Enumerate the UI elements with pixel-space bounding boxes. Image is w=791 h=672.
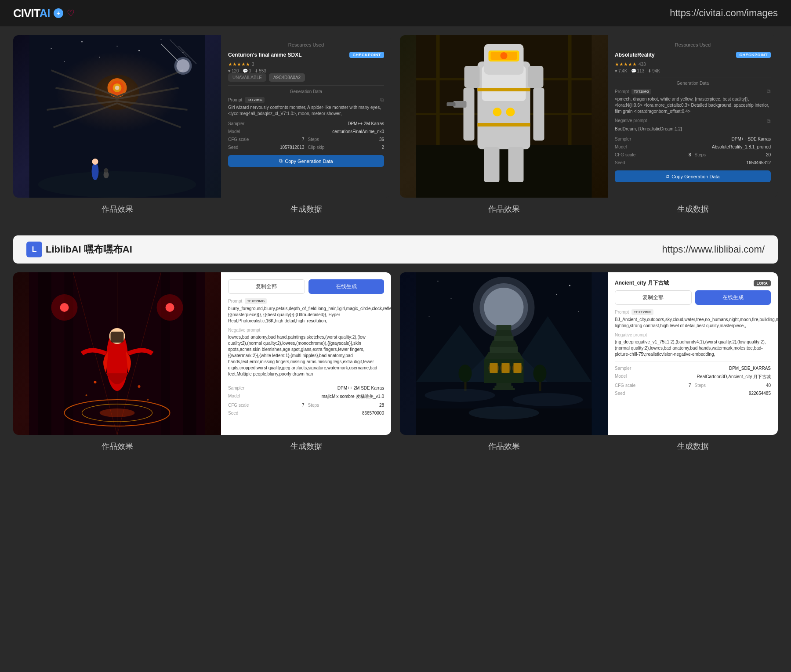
- model-tr: Model AbsoluteReality_1.8.1_pruned: [615, 144, 771, 150]
- prompt-text-tr: <pmech, dragon robot, white and yellow, …: [615, 96, 771, 115]
- gen-data-label-tr: Generation Data: [615, 81, 771, 86]
- svg-rect-49: [533, 88, 544, 141]
- svg-point-108: [459, 365, 472, 382]
- bottom-left-card: 复制全部 在线生成 Prompt TEXT2IMG blurry_foregro…: [13, 272, 391, 455]
- data-caption-br: 生成数据: [608, 437, 778, 455]
- artwork-caption-tr: 作品效果: [400, 200, 608, 218]
- neg-prompt-text-bl: lowres,bad anatomy,bad hand,paintings,sk…: [228, 334, 384, 377]
- resource-name-br: Ancient_city 月下古城: [615, 279, 754, 287]
- online-gen-btn-br[interactable]: 在线生成: [695, 290, 771, 305]
- cfg-tr: CFG scale 8: [615, 152, 691, 158]
- top-right-panel: Resources Used AbsoluteReality CHECKPOIN…: [400, 35, 778, 198]
- robot-artwork: [400, 35, 608, 198]
- model-bl: Model majicMix sombre 麦橘唯美_v1.0: [228, 393, 384, 401]
- neg-copy-icon-tr[interactable]: ⧉: [767, 118, 771, 124]
- svg-rect-45: [478, 123, 530, 126]
- civitai-logo: CIVITAI: [13, 7, 50, 20]
- prompt-type-bl: TEXT2IMG: [245, 298, 267, 304]
- top-right-info: Resources Used AbsoluteReality CHECKPOIN…: [608, 35, 778, 198]
- svg-point-76: [86, 394, 87, 396]
- svg-rect-52: [484, 147, 500, 182]
- comment-icon-tl: 💬: [243, 69, 248, 73]
- prompt-type-tl: TXT2IMG: [245, 97, 265, 103]
- middle-banner: L LiblibAI 嘿布嘿布AI https://www.liblibai.c…: [13, 235, 778, 264]
- model-hash-tl: A9C4D8A0A2: [269, 73, 305, 82]
- prompt-label-tr: Prompt: [615, 89, 629, 94]
- prompt-text-bl: blurry_foreground,blurry,petals,depth_of…: [228, 306, 384, 324]
- seed-br: Seed 922654485: [615, 390, 771, 397]
- svg-point-22: [38, 171, 196, 198]
- comments-tl: 💬 0: [243, 69, 251, 73]
- bottom-right-card: Ancient_city 月下古城 LORA 复制全部 在线生成 Prompt …: [400, 272, 778, 455]
- liblib-logo-text: LiblibAI 嘿布嘿布AI: [46, 243, 132, 256]
- svg-rect-53: [508, 147, 524, 182]
- heart-icon[interactable]: ♡: [67, 8, 75, 18]
- copy-all-btn-br[interactable]: 复制全部: [615, 290, 692, 305]
- steps-tl: Steps 36: [308, 136, 385, 143]
- caption-row-br: 作品效果 生成数据: [400, 437, 778, 455]
- svg-point-88: [578, 311, 579, 312]
- copy-gen-btn-tr[interactable]: ⧉ Copy Generation Data: [615, 170, 771, 182]
- artwork-caption-tl: 作品效果: [13, 200, 221, 218]
- online-gen-btn-bl[interactable]: 在线生成: [308, 279, 385, 294]
- svg-rect-47: [528, 66, 544, 88]
- caption-row-bl: 作品效果 生成数据: [13, 437, 391, 455]
- checkpoint-badge-tl: CHECKPOINT: [349, 52, 384, 58]
- meta-grid-bl: Sampler DPM++ 2M SDE Karras Model majicM…: [228, 385, 384, 416]
- copy-icon-tl[interactable]: ⧉: [380, 97, 384, 103]
- svg-rect-104: [493, 388, 515, 390]
- svg-rect-58: [38, 272, 51, 435]
- prompt-label-tl: Prompt: [228, 98, 242, 102]
- seed-tr: Seed 1650465312: [615, 159, 771, 166]
- svg-point-84: [569, 285, 570, 286]
- seed-tl: Seed 1057812013: [228, 144, 305, 151]
- star-count-tl: 3: [252, 62, 254, 67]
- copy-gen-icon-tr: ⧉: [666, 173, 669, 179]
- steps-tr: Steps 20: [695, 152, 771, 158]
- plus-icon[interactable]: +: [54, 8, 63, 18]
- copy-gen-btn-tl[interactable]: ⧉ Copy Generation Data: [228, 155, 384, 167]
- svg-point-31: [177, 59, 190, 72]
- site-url: https://civitai.com/images: [670, 7, 778, 19]
- resource-item-tr: AbsoluteReality CHECKPOINT: [615, 52, 771, 58]
- bottom-right-info: Ancient_city 月下古城 LORA 复制全部 在线生成 Prompt …: [608, 272, 778, 435]
- svg-point-13: [115, 86, 120, 90]
- meta-grid-tr: Sampler DPM++ SDE Karras Model AbsoluteR…: [615, 136, 771, 166]
- heart-icon-tr: ♥: [615, 69, 617, 73]
- sampler-tr: Sampler DPM++ SDE Karras: [615, 136, 771, 142]
- prompt-label-br: Prompt: [615, 310, 629, 314]
- svg-point-85: [451, 298, 452, 299]
- svg-point-64: [60, 303, 69, 312]
- stars-row-tl: ★★★★★ 3: [228, 61, 384, 67]
- neg-prompt-label-bl: Negative prompt: [228, 328, 384, 332]
- svg-point-65: [166, 303, 174, 312]
- btn-row-br: 复制全部 在线生成: [615, 290, 771, 305]
- cfg-tl: CFG scale 7: [228, 136, 305, 143]
- caption-row-tl: 作品效果 生成数据: [13, 200, 391, 218]
- copy-all-btn-bl[interactable]: 复制全部: [228, 279, 305, 294]
- copy-icon-tr[interactable]: ⧉: [767, 88, 771, 94]
- top-left-panel: Resources Used Centurion's final anime S…: [13, 35, 391, 198]
- prompt-text-tl: Girl wizard nervously confronts monster,…: [228, 105, 384, 117]
- svg-point-9: [95, 75, 139, 110]
- svg-rect-48: [464, 88, 475, 141]
- svg-rect-33: [416, 145, 592, 198]
- data-caption-tr: 生成数据: [608, 200, 778, 218]
- svg-point-1: [51, 48, 52, 49]
- svg-point-114: [425, 389, 495, 402]
- prompt-type-br: TEXT2IMG: [631, 309, 653, 315]
- svg-point-4: [161, 39, 162, 40]
- svg-point-8: [138, 50, 140, 51]
- stats-tr: ♥ 7.4K 💬 113 ⬇ 94K: [615, 69, 771, 73]
- resource-item-br: Ancient_city 月下古城 LORA: [615, 279, 771, 287]
- clipskip-tl: Clip skip 2: [308, 144, 385, 151]
- divider-tl: [228, 85, 384, 86]
- svg-point-86: [556, 294, 557, 295]
- svg-point-10: [108, 78, 127, 98]
- model-unavail-tl: UNAVAILABLE: [228, 73, 266, 82]
- svg-rect-51: [447, 102, 456, 106]
- model-br: Model RealCartoon3D,Ancient_city 月下古城: [615, 373, 771, 381]
- top-header: CIVITAI + ♡ https://civitai.com/images: [0, 0, 791, 26]
- svg-point-75: [94, 381, 97, 383]
- svg-rect-95: [494, 336, 514, 341]
